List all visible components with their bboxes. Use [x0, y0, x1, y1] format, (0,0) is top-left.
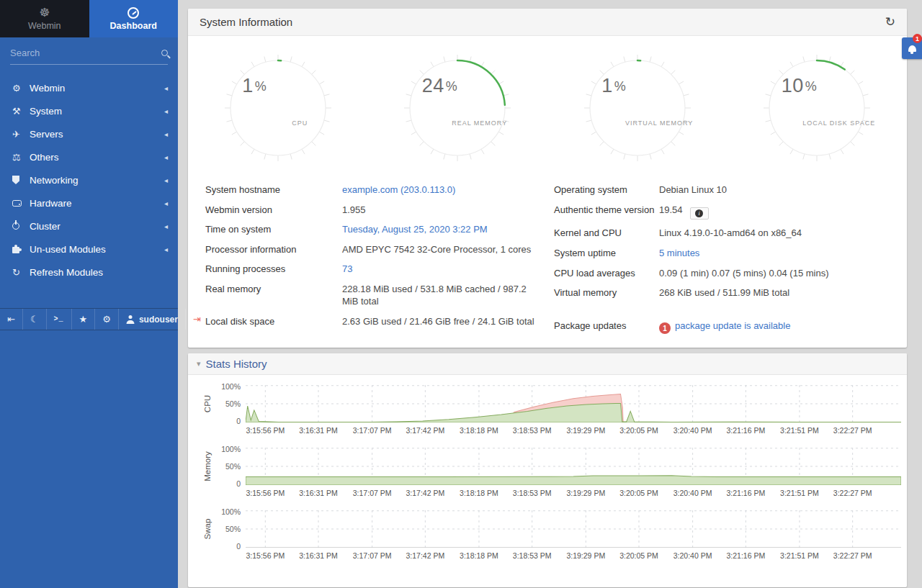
servers-icon: ✈ [12, 129, 30, 140]
y-tick-label: 100% [221, 507, 241, 516]
update-count-badge: 1 [659, 322, 671, 334]
x-tick-label: 3:17:42 PM [406, 489, 444, 497]
webmin-logo-icon: ☸ [39, 6, 50, 19]
y-tick-label: 0 [236, 417, 241, 425]
x-tick-label: 3:16:31 PM [299, 426, 338, 435]
x-tick-label: 3:21:16 PM [726, 551, 765, 560]
system-info-grid: System hostnameexample.com (203.0.113.0)… [188, 170, 907, 348]
info-label: Package updates [554, 320, 659, 331]
notifications-tab[interactable]: 1 [902, 37, 922, 59]
chart-x-axis: 3:15:56 PM3:16:31 PM3:17:07 PM3:17:42 PM… [246, 548, 901, 561]
info-value-link[interactable]: example.com (203.0.113.0) [342, 184, 455, 195]
sidebar-item-hardware[interactable]: Hardware◂ [0, 191, 178, 214]
x-tick-label: 3:17:07 PM [353, 489, 392, 497]
notification-count-badge: 1 [913, 34, 922, 43]
system-icon: ⚒ [12, 106, 30, 117]
chart-canvas [246, 510, 901, 548]
sidebar-item-networking[interactable]: Networking◂ [0, 168, 178, 191]
chart-memory: Memory100%50%03:15:56 PM3:16:31 PM3:17:0… [198, 448, 901, 498]
sidebar-search [0, 37, 178, 68]
sidebar-item-refresh-modules[interactable]: ↻Refresh Modules [0, 261, 178, 284]
caret-left-icon: ◂ [164, 222, 168, 230]
toolbar-logout-button[interactable]: ⇥ [185, 309, 208, 330]
x-tick-label: 3:20:05 PM [619, 551, 658, 560]
chart-plot-area: 3:15:56 PM3:16:31 PM3:17:07 PM3:17:42 PM… [246, 385, 901, 435]
x-tick-label: 3:21:51 PM [780, 489, 819, 497]
tab-dashboard[interactable]: Dashboard [89, 0, 179, 37]
info-button[interactable]: i [690, 207, 709, 220]
hardware-icon [12, 200, 30, 207]
table-row: Time on systemTuesday, August 25, 2020 3… [205, 220, 544, 240]
info-value: 1package update is available [659, 320, 892, 335]
toolbar-user-button[interactable]: sudouser [118, 309, 185, 330]
system-info-left-column: System hostnameexample.com (203.0.113.0)… [205, 180, 544, 338]
table-row: Kernel and CPULinux 4.19.0-10-amd64 on x… [554, 223, 892, 243]
sidebar-item-servers[interactable]: ✈Servers◂ [0, 122, 178, 145]
favorites-icon: ★ [79, 314, 88, 325]
toolbar-collapse-sidebar-button[interactable]: ⇤ [0, 309, 22, 330]
table-row: Webmin version1.955 [205, 200, 544, 220]
toolbar-terminal-button[interactable]: >_ [46, 309, 71, 330]
sidebar-item-webmin[interactable]: ⚙Webmin◂ [0, 76, 178, 99]
sidebar-item-label: Webmin [30, 83, 164, 94]
sidebar-item-system[interactable]: ⚒System◂ [0, 99, 178, 122]
toolbar-settings-button[interactable]: ⚙ [94, 309, 118, 330]
table-row: Real memory228.18 MiB used / 531.8 MiB c… [205, 279, 544, 312]
x-tick-label: 3:20:05 PM [619, 426, 658, 435]
info-label: Virtual memory [554, 287, 659, 298]
gauge-real-memory: 24%REAL MEMORY [400, 50, 515, 166]
stats-history-header[interactable]: ▾ Stats History [188, 353, 907, 375]
sidebar-tabs: ☸ Webmin Dashboard [0, 0, 178, 37]
table-row: Processor informationAMD EPYC 7542 32-Co… [205, 240, 544, 260]
sidebar-item-label: Un-used Modules [30, 244, 164, 255]
info-value-text: Linux 4.19.0-10-amd64 on x86_64 [659, 227, 802, 238]
search-input[interactable] [10, 48, 161, 58]
info-value-link[interactable]: 5 minutes [659, 248, 699, 258]
x-tick-label: 3:18:18 PM [460, 426, 498, 435]
info-value: 1.955 [342, 204, 544, 217]
toolbar-night-mode-button[interactable]: ☾ [22, 309, 46, 330]
refresh-icon[interactable]: ↻ [885, 16, 895, 28]
info-value-text: 228.18 MiB used / 531.8 MiB cached / 987… [342, 284, 527, 307]
x-tick-label: 3:21:51 PM [780, 551, 819, 560]
sidebar-item-label: Refresh Modules [30, 267, 168, 278]
caret-left-icon: ◂ [164, 130, 168, 138]
collapse-sidebar-icon: ⇤ [7, 314, 15, 325]
chart-y-axis: 100%50%0 [217, 448, 246, 485]
x-tick-label: 3:18:53 PM [513, 551, 552, 560]
caret-left-icon: ◂ [164, 107, 168, 115]
info-value-link[interactable]: Tuesday, August 25, 2020 3:22 PM [342, 224, 488, 235]
system-information-header: System Information ↻ [188, 9, 907, 36]
chart-axis-title: Swap [198, 510, 217, 561]
dashboard-gauge-icon [127, 7, 139, 19]
tab-dashboard-label: Dashboard [110, 21, 157, 31]
chart-axis-title: Memory [198, 448, 217, 498]
sidebar-item-others[interactable]: ⚖Others◂ [0, 145, 178, 168]
y-tick-label: 50% [225, 399, 241, 408]
search-icon[interactable] [161, 50, 168, 56]
sidebar-toolbar: ⇤☾>_★⚙sudouser⇥ [0, 308, 178, 330]
gauge-value: 1% [242, 75, 267, 97]
toolbar-favorites-button[interactable]: ★ [71, 309, 95, 330]
x-tick-label: 3:20:40 PM [673, 551, 712, 560]
sidebar-item-un-used-modules[interactable]: Un-used Modules◂ [0, 238, 178, 261]
tab-webmin[interactable]: ☸ Webmin [0, 0, 89, 37]
table-row: Operating systemDebian Linux 10 [554, 180, 892, 200]
others-icon: ⚖ [12, 152, 30, 163]
y-tick-label: 0 [236, 542, 241, 551]
info-value-link[interactable]: 73 [342, 263, 352, 274]
caret-left-icon: ◂ [164, 199, 168, 207]
chart-plot-area: 3:15:56 PM3:16:31 PM3:17:07 PM3:17:42 PM… [246, 448, 901, 498]
x-tick-label: 3:15:56 PM [246, 489, 285, 497]
gauge-label: REAL MEMORY [452, 119, 507, 127]
info-value-link[interactable]: package update is available [675, 320, 790, 331]
x-tick-label: 3:19:29 PM [566, 551, 605, 560]
info-value-text: 19.54 [659, 204, 683, 215]
x-tick-label: 3:19:29 PM [566, 489, 605, 497]
tab-webmin-label: Webmin [28, 21, 61, 31]
x-tick-label: 3:22:27 PM [833, 551, 872, 560]
sidebar-item-label: Cluster [30, 221, 164, 232]
sidebar-item-cluster[interactable]: Cluster◂ [0, 214, 178, 238]
chart-canvas [246, 448, 901, 485]
sidebar-menu: ⚙Webmin◂⚒System◂✈Servers◂⚖Others◂Network… [0, 68, 178, 284]
